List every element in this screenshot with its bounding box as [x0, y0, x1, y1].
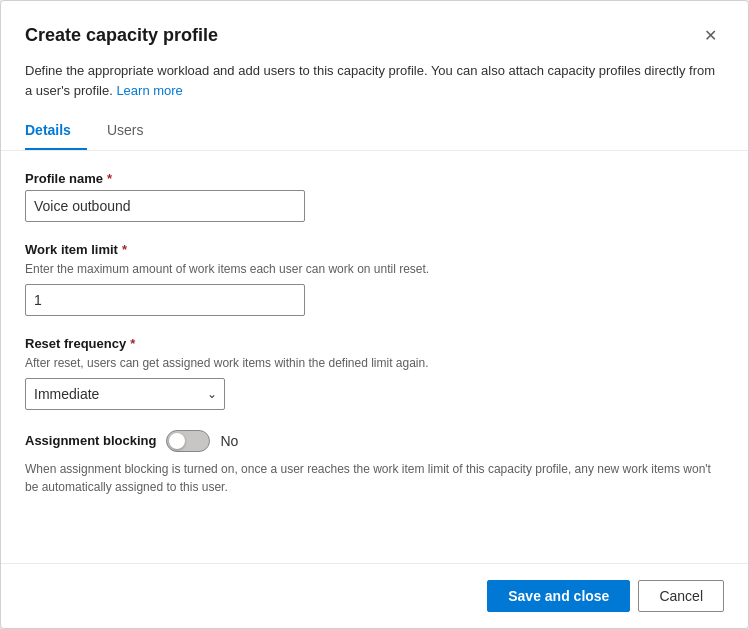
close-button[interactable]: ✕ [696, 21, 724, 49]
reset-frequency-label: Reset frequency * [25, 336, 724, 351]
assignment-blocking-description: When assignment blocking is turned on, o… [25, 460, 724, 496]
reset-frequency-required: * [130, 336, 135, 351]
dialog-footer: Save and close Cancel [1, 563, 748, 628]
tabs-container: Details Users [1, 112, 748, 151]
work-item-limit-hint: Enter the maximum amount of work items e… [25, 261, 724, 278]
close-icon: ✕ [704, 26, 717, 45]
dialog-description: Define the appropriate workload and add … [1, 61, 748, 112]
dialog-overlay: Create capacity profile ✕ Define the app… [0, 0, 749, 629]
reset-frequency-hint: After reset, users can get assigned work… [25, 355, 724, 372]
reset-frequency-select[interactable]: Immediate Daily Weekly Monthly [25, 378, 225, 410]
work-item-limit-label: Work item limit * [25, 242, 724, 257]
toggle-thumb [169, 433, 185, 449]
tab-users[interactable]: Users [107, 112, 160, 150]
assignment-blocking-row: Assignment blocking No [25, 430, 724, 452]
dialog-title: Create capacity profile [25, 25, 218, 46]
reset-frequency-group: Reset frequency * After reset, users can… [25, 336, 724, 410]
profile-name-input[interactable] [25, 190, 305, 222]
profile-name-label: Profile name * [25, 171, 724, 186]
dialog-body: Profile name * Work item limit * Enter t… [1, 151, 748, 563]
tab-details[interactable]: Details [25, 112, 87, 150]
work-item-limit-group: Work item limit * Enter the maximum amou… [25, 242, 724, 316]
toggle-track[interactable] [166, 430, 210, 452]
assignment-blocking-toggle[interactable] [166, 430, 210, 452]
assignment-blocking-label: Assignment blocking [25, 433, 156, 448]
create-capacity-profile-dialog: Create capacity profile ✕ Define the app… [0, 0, 749, 629]
dialog-header: Create capacity profile ✕ [1, 1, 748, 61]
cancel-button[interactable]: Cancel [638, 580, 724, 612]
toggle-state-label: No [220, 433, 238, 449]
work-item-limit-required: * [122, 242, 127, 257]
reset-frequency-select-container: Immediate Daily Weekly Monthly ⌄ [25, 378, 225, 410]
profile-name-group: Profile name * [25, 171, 724, 222]
profile-name-required: * [107, 171, 112, 186]
work-item-limit-input[interactable] [25, 284, 305, 316]
learn-more-link[interactable]: Learn more [116, 83, 182, 98]
assignment-blocking-group: Assignment blocking No When assignment b… [25, 430, 724, 496]
save-and-close-button[interactable]: Save and close [487, 580, 630, 612]
